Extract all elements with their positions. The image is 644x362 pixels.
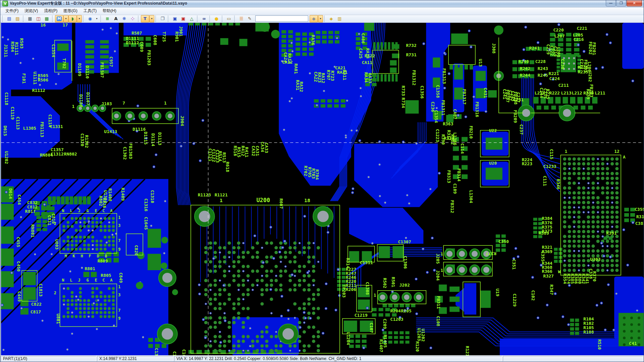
bga-ball (601, 259, 604, 262)
board-image-button[interactable]: ▩ (43, 15, 51, 22)
report-button[interactable]: ▥ (335, 15, 344, 22)
component-pad (281, 49, 286, 52)
rotate-view-button[interactable]: ◉ (86, 15, 94, 22)
title-bar[interactable]: V VayoPro-View Expert专业版 : 11 --D:\VayoP… (0, 0, 644, 7)
pad-drill (162, 273, 172, 283)
text-display-button[interactable]: T (141, 15, 149, 22)
highlight-button[interactable]: ● (212, 15, 221, 22)
bga-ball (317, 335, 320, 338)
statistics-button[interactable]: ◫ (34, 15, 43, 22)
bga-ball (577, 201, 581, 204)
new-window-button[interactable]: ❐ (158, 15, 167, 22)
bga-ball (587, 157, 590, 161)
layer-stack-button[interactable]: ☰ (237, 15, 246, 22)
bga-ball (242, 279, 245, 282)
ruler-icon: ▭ (227, 16, 231, 21)
via (611, 187, 613, 189)
socket-pad (87, 303, 90, 306)
layer-list-button[interactable]: ≡ (103, 15, 112, 22)
edit-notes-button[interactable]: ✎ (246, 15, 254, 22)
machine-view-button-dropdown[interactable]: ▾ (63, 15, 68, 22)
component-pad (405, 331, 409, 334)
pin-blue-button[interactable]: ▣ (171, 15, 179, 22)
socket-pad (112, 291, 115, 294)
component-pad (486, 168, 502, 180)
via (422, 248, 424, 250)
bga-ball (573, 191, 576, 194)
socket-pad (108, 307, 111, 310)
pcb-label: R205 (401, 308, 412, 313)
via (290, 42, 293, 44)
rotate-view-button-dropdown[interactable]: ▾ (94, 15, 99, 22)
via (573, 250, 575, 252)
display-settings-button[interactable]: ❋ (120, 15, 128, 22)
via (600, 242, 603, 244)
component-pad (513, 74, 517, 78)
minimize-button[interactable]: — (606, 0, 616, 6)
via (106, 241, 108, 244)
net-points-button[interactable]: ⁘ (128, 15, 137, 22)
via (316, 104, 318, 106)
save-button[interactable]: ▤ (5, 15, 13, 22)
bga-ball (265, 260, 268, 263)
bga-ball (601, 206, 604, 209)
bga-ball (256, 251, 259, 254)
via (284, 265, 286, 267)
via (153, 166, 155, 168)
via (443, 87, 446, 89)
text-display-button-dropdown[interactable]: ▾ (149, 15, 154, 22)
eraser-button[interactable]: ◆ (310, 15, 318, 22)
search-button[interactable]: ∞ (200, 15, 208, 22)
pcb-viewport[interactable]: J1311R504R1111R503C1554T702D1109D1110FB1… (0, 23, 644, 355)
pcb-label: C849 (118, 273, 123, 283)
toolbar-search-combobox[interactable] (255, 15, 308, 22)
menu-item-0[interactable]: 文件(F) (2, 7, 21, 15)
menu-item-1[interactable]: 浏览(V) (21, 7, 41, 15)
pcb-label: F101 (21, 73, 26, 83)
pad-drill (86, 107, 89, 110)
menu-item-5[interactable]: 帮助(H) (100, 7, 119, 15)
bga-ball (274, 251, 278, 254)
color-legend-button[interactable]: A (112, 15, 120, 22)
pcb-label: R1407 (379, 339, 384, 352)
pcb-canvas[interactable]: J1311R504R1111R503C1554T702D1109D1110FB1… (1, 23, 644, 355)
bga-ball (563, 157, 567, 161)
component-list-button[interactable]: ▦ (26, 15, 34, 22)
menu-item-3[interactable]: 图形(G) (60, 7, 80, 15)
pin-red-button[interactable]: ▣ (179, 15, 187, 22)
bga-ball (265, 269, 268, 273)
export-button[interactable]: ▨ (13, 15, 22, 22)
pad-drill (563, 109, 571, 117)
pcb-label: C231 (513, 97, 524, 102)
bga-ball (610, 264, 614, 267)
socket-pad (100, 240, 103, 243)
via (363, 347, 365, 349)
pcb-label: R510 (597, 339, 602, 350)
close-button[interactable]: ✕ (627, 0, 642, 6)
eraser-button-dropdown[interactable]: ▾ (318, 15, 323, 22)
socket-pad (91, 315, 94, 318)
component-pad (411, 304, 415, 307)
menu-item-4[interactable]: 工具(T) (80, 7, 100, 15)
component-pad (513, 67, 517, 71)
pcb-label: L208 (556, 47, 561, 57)
bga-ball (242, 325, 245, 329)
board-view-button-dropdown[interactable]: ▾ (77, 15, 82, 22)
bga-ball (293, 255, 297, 259)
measure-button[interactable]: ▭ (225, 15, 233, 22)
restore-button[interactable]: ❐ (616, 0, 626, 6)
via (597, 182, 599, 184)
align-button[interactable]: ◈ (327, 15, 335, 22)
component-pad (335, 31, 339, 34)
bga-ball (317, 246, 320, 249)
via (213, 257, 215, 260)
machine-view-button[interactable]: M (55, 15, 63, 22)
pcb-label: U1413 (104, 129, 117, 134)
board-view-button[interactable]: ◗ (68, 15, 77, 22)
via (202, 119, 204, 122)
menu-item-2[interactable]: 流程(P) (41, 7, 60, 15)
via (573, 68, 575, 70)
axis-button[interactable]: △ (187, 15, 196, 22)
bga-ball (260, 302, 264, 306)
component-pad (381, 74, 383, 81)
